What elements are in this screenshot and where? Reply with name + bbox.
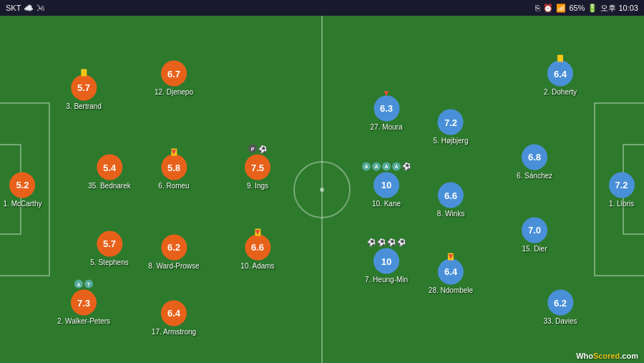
player-circle-lloris: 7.2 (609, 172, 635, 198)
player-rating-dier: 7.0 (528, 225, 541, 236)
player-bertrand: 5.7 3. Bertrand (66, 74, 101, 110)
player-circle-kane: AAAA⚽ 10 (374, 172, 399, 198)
player-heung-min: ⚽⚽⚽⚽ 10 7. Heung-Min (365, 248, 408, 284)
player-name-bertrand: 3. Bertrand (66, 102, 101, 110)
player-circle-stephens: 5.7 (97, 231, 122, 256)
assist-icon: T (84, 280, 93, 289)
whoscored-watermark: WhoScored.com (576, 352, 638, 360)
player-circle-bednarek: 5.4 (97, 155, 122, 180)
player-circle-hojbjerg: 7.2 (438, 110, 464, 135)
player-mccarthy: 5.2 1. McCarthy (4, 172, 42, 207)
player-circle-romeu: ▼ 5.8 (161, 155, 187, 180)
player-circle-moura: ▼ 6.3 (374, 95, 399, 121)
player-circle-adams: ▼ 6.6 (245, 234, 270, 260)
ball-icon: ⚽ (377, 238, 386, 246)
player-doherty: 6.4 2. Doherty (544, 61, 577, 96)
player-rating-bertrand: 5.7 (77, 82, 90, 93)
player-name-walker-peters: 2. Walker-Peters (57, 317, 110, 325)
sub-arrow-ndombele: ▼ (447, 251, 455, 260)
ball-icon: ⚽ (397, 238, 406, 246)
player-rating-moura: 6.3 (380, 103, 393, 114)
player-rating-kane: 10 (381, 180, 391, 190)
player-name-armstrong: 17. Armstrong (152, 327, 196, 335)
player-circle-doherty: 6.4 (547, 61, 573, 87)
player-rating-ward-prowse: 6.2 (167, 242, 180, 253)
player-armstrong: 6.4 17. Armstrong (152, 300, 196, 335)
assist-icon: A (362, 162, 371, 170)
player-name-davies: 33. Davies (543, 317, 577, 325)
player-name-moura: 27. Moura (370, 122, 402, 130)
player-rating-bednarek: 5.4 (103, 162, 116, 173)
yellow-card-bertrand (81, 69, 87, 76)
player-circle-sanchez: 6.8 (522, 144, 547, 170)
player-name-mccarthy: 1. McCarthy (4, 199, 42, 207)
wind-icon: 🌬 (36, 4, 44, 12)
player-name-winks: 8. Winks (437, 210, 464, 218)
player-romeu: ▼ 5.8 6. Romeu (158, 155, 189, 190)
player-rating-lloris: 7.2 (615, 180, 628, 190)
player-ings: P⚽ 7.5 9. Ings (245, 155, 270, 190)
player-circle-davies: 6.2 (547, 290, 573, 316)
player-rating-hojbjerg: 7.2 (444, 117, 457, 127)
player-icons-ings: P⚽ (248, 145, 267, 153)
assist-icon: A (372, 162, 381, 170)
player-name-sanchez: 6. Sánchez (517, 171, 552, 179)
player-dier: 7.0 15. Dier (522, 217, 547, 252)
player-rating-romeu: 5.8 (167, 162, 180, 173)
player-djenepo: 6.7 12. Djenepo (155, 61, 193, 96)
player-rating-djenepo: 6.7 (167, 68, 180, 79)
player-adams: ▼ 6.6 10. Adams (240, 234, 274, 269)
watermark-scored: Scored (593, 352, 620, 360)
sub-arrow-moura: ▼ (382, 88, 391, 97)
player-name-heung-min: 7. Heung-Min (365, 276, 408, 284)
player-name-ward-prowse: 8. Ward-Prowse (148, 261, 199, 269)
player-ward-prowse: 6.2 8. Ward-Prowse (148, 234, 199, 269)
player-icons-kane: AAAA⚽ (362, 162, 411, 170)
watermark-domain: .com (620, 352, 638, 360)
weather-icon: ☁️ (24, 4, 34, 13)
player-circle-heung-min: ⚽⚽⚽⚽ 10 (374, 248, 399, 274)
player-circle-bertrand: 5.7 (71, 74, 97, 100)
player-moura: ▼ 6.3 27. Moura (370, 95, 402, 130)
ball-icon: ⚽ (258, 145, 267, 153)
carrier-label: SKT (6, 4, 21, 12)
battery-level: 65% (569, 4, 585, 12)
player-circle-dier: 7.0 (522, 217, 547, 243)
player-rating-armstrong: 6.4 (167, 308, 180, 319)
player-rating-davies: 6.2 (554, 297, 567, 308)
player-name-ndombele: 28. Ndombele (429, 286, 473, 294)
assist-icon: A (382, 162, 391, 170)
ball-icon: ⚽ (387, 238, 396, 246)
player-rating-winks: 6.6 (444, 190, 457, 200)
sub-arrow-adams: ▼ (253, 227, 262, 236)
player-name-dier: 15. Dier (522, 244, 547, 252)
player-icons-walker-peters: AT (74, 280, 93, 289)
signal-icon: 📶 (556, 4, 566, 13)
p-icon: P (248, 145, 257, 153)
time-display: 오후 10:03 (600, 3, 638, 14)
watermark-who: Who (576, 352, 593, 360)
battery-icon: 🔋 (587, 4, 597, 13)
bluetooth-icon: ⎘ (535, 4, 540, 12)
assist-icon: A (392, 162, 401, 170)
player-rating-heung-min: 10 (381, 256, 391, 266)
player-name-ings: 9. Ings (247, 182, 268, 190)
player-davies: 6.2 33. Davies (543, 290, 577, 325)
player-icons-heung-min: ⚽⚽⚽⚽ (367, 238, 406, 246)
player-rating-ndombele: 6.4 (444, 266, 457, 277)
yellow-card-doherty (557, 55, 563, 62)
assist-icon: A (74, 280, 83, 289)
player-rating-doherty: 6.4 (554, 68, 567, 79)
player-rating-mccarthy: 5.2 (16, 180, 29, 190)
player-circle-ndombele: ▼ 6.4 (438, 258, 464, 284)
player-circle-ward-prowse: 6.2 (161, 234, 187, 260)
player-circle-djenepo: 6.7 (161, 61, 187, 87)
status-bar: SKT ☁️ 🌬 ⎘ ⏰ 📶 65% 🔋 오후 10:03 (0, 0, 644, 16)
player-rating-walker-peters: 7.3 (77, 297, 90, 308)
alarm-icon: ⏰ (543, 4, 553, 13)
player-circle-mccarthy: 5.2 (10, 172, 36, 198)
player-kane: AAAA⚽ 10 10. Kane (372, 172, 401, 207)
center-circle (293, 161, 351, 218)
player-walker-peters: AT 7.3 2. Walker-Peters (57, 290, 110, 325)
player-winks: 6.6 8. Winks (437, 183, 464, 218)
